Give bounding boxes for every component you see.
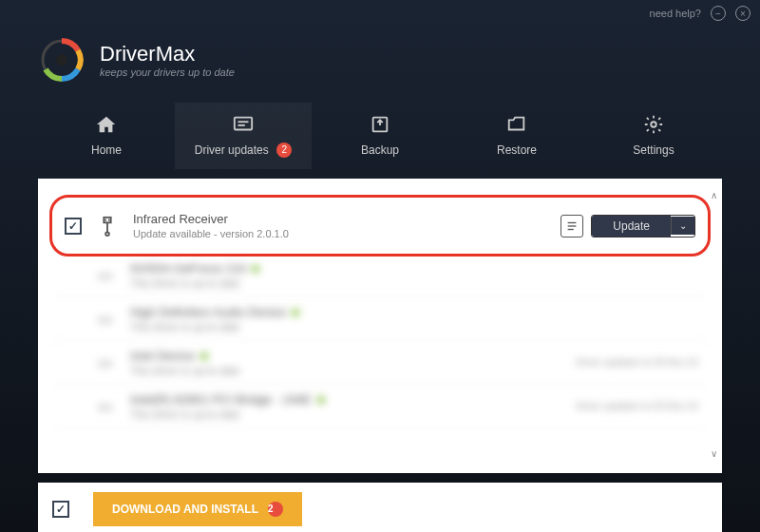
svg-point-1: [56, 54, 67, 66]
nav-home[interactable]: Home: [38, 103, 175, 169]
update-button[interactable]: Update ⌄: [591, 215, 695, 238]
backup-icon: [370, 114, 390, 135]
driver-row: ▭ Intel Device This driver is up-to-date…: [52, 341, 708, 385]
download-install-button[interactable]: DOWNLOAD AND INSTALL 2: [93, 492, 302, 526]
nav-backup[interactable]: Backup: [312, 103, 448, 169]
update-button-label: Update: [592, 216, 671, 237]
updates-icon: [233, 114, 254, 135]
main-nav: Home Driver updates 2 Backup Restore Set…: [0, 103, 760, 169]
driver-status: Update available - version 2.0.1.0: [133, 228, 560, 239]
update-actions: Update ⌄: [560, 215, 695, 238]
svg-point-9: [105, 232, 109, 236]
nav-home-label: Home: [91, 143, 122, 157]
nav-settings[interactable]: Settings: [585, 103, 722, 169]
driver-name: Infrared Receiver: [133, 212, 560, 226]
titlebar: need help? − ×: [0, 0, 760, 27]
scrollbar[interactable]: ∧ ∨: [707, 190, 720, 462]
nav-settings-label: Settings: [633, 143, 674, 157]
gear-icon: [643, 114, 664, 135]
nav-driver-updates[interactable]: Driver updates 2: [175, 103, 312, 169]
driver-checkbox[interactable]: [65, 218, 82, 235]
header: DriverMax keeps your drivers up to date: [0, 27, 760, 88]
bottom-bar: DOWNLOAD AND INSTALL 2: [38, 483, 722, 532]
updates-badge: 2: [276, 142, 292, 158]
minimize-button[interactable]: −: [711, 6, 726, 21]
install-badge: 2: [268, 502, 283, 517]
chevron-down-icon[interactable]: ⌄: [671, 217, 694, 235]
header-text: DriverMax keeps your drivers up to date: [100, 42, 235, 78]
audio-icon: ▭: [93, 308, 116, 331]
driver-list-panel: Infrared Receiver Update available - ver…: [38, 179, 722, 473]
driver-row: ▭ NVIDIA GeForce 210 This driver is up-t…: [52, 254, 708, 297]
driver-row-highlighted[interactable]: Infrared Receiver Update available - ver…: [49, 195, 711, 256]
chip-icon: ▭: [93, 352, 116, 374]
nav-backup-label: Backup: [361, 143, 399, 157]
close-button[interactable]: ×: [735, 6, 750, 21]
details-icon[interactable]: [560, 215, 583, 238]
chip-icon: ▭: [93, 395, 116, 418]
driver-info: Infrared Receiver Update available - ver…: [133, 212, 560, 239]
driver-row: ▭ High Definition Audio Device This driv…: [52, 297, 708, 341]
svg-rect-2: [235, 118, 252, 130]
svg-point-6: [651, 122, 656, 127]
scroll-up-icon[interactable]: ∧: [707, 190, 720, 203]
app-logo-icon: [38, 36, 86, 84]
scroll-down-icon[interactable]: ∨: [707, 448, 720, 462]
restore-icon: [506, 114, 527, 135]
nav-restore[interactable]: Restore: [448, 103, 585, 169]
select-all-checkbox[interactable]: [52, 501, 69, 518]
usb-icon: [96, 215, 119, 238]
nav-updates-label: Driver updates: [195, 143, 269, 157]
monitor-icon: ▭: [93, 264, 116, 287]
nav-restore-label: Restore: [497, 143, 537, 157]
driver-row: ▭ Intel(R) 82801 PCI Bridge - 244E This …: [52, 385, 708, 428]
app-title: DriverMax: [100, 42, 235, 66]
home-icon: [96, 114, 117, 135]
install-button-label: DOWNLOAD AND INSTALL: [112, 503, 258, 516]
need-help-link[interactable]: need help?: [650, 8, 701, 19]
app-tagline: keeps your drivers up to date: [100, 66, 235, 78]
